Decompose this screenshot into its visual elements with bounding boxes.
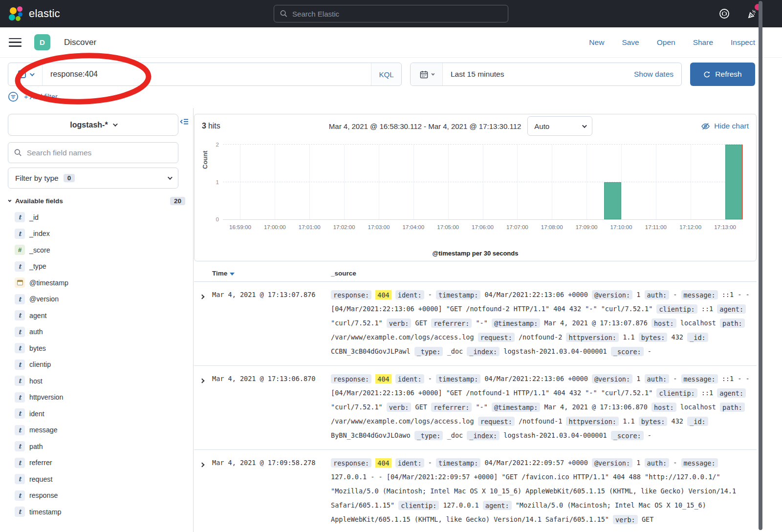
field-item-path[interactable]: tpath: [0, 438, 193, 455]
refresh-icon: [703, 71, 711, 78]
new-button[interactable]: New: [589, 38, 604, 47]
string-field-icon: t: [15, 425, 25, 435]
x-axis-label: @timestamp per 30 seconds: [195, 250, 756, 257]
global-search[interactable]: [274, 5, 508, 22]
menu-icon[interactable]: [9, 38, 22, 47]
field-item-timestamp[interactable]: ttimestamp: [0, 504, 193, 520]
field-key-badge: httpversion:: [566, 333, 619, 342]
time-column-header[interactable]: Time: [212, 270, 331, 277]
field-search[interactable]: [8, 142, 178, 163]
field-name: ident: [29, 410, 44, 418]
field-item-_id[interactable]: t_id: [0, 209, 193, 226]
field-key-badge: path:: [720, 319, 745, 328]
field-item-ident[interactable]: tident: [0, 405, 193, 422]
expand-row-icon[interactable]: [194, 288, 212, 359]
save-button[interactable]: Save: [622, 38, 639, 47]
field-item-_index[interactable]: t_index: [0, 226, 193, 242]
field-key-badge: auth:: [645, 290, 670, 299]
string-field-icon: t: [15, 261, 25, 272]
hide-chart-label: Hide chart: [714, 122, 749, 130]
scrollbar-thumb[interactable]: [759, 1, 762, 530]
add-filter-button[interactable]: + Add filter: [24, 93, 58, 101]
number-field-icon: #: [15, 245, 25, 255]
date-picker: Last 15 minutes Show dates: [410, 63, 682, 86]
time-range-value[interactable]: Last 15 minutes: [443, 70, 504, 79]
field-key-badge: message:: [681, 290, 718, 299]
string-field-icon: t: [15, 294, 25, 304]
collapse-sidebar-icon[interactable]: [179, 117, 189, 127]
discover-page: elastic D Discover New Save Open Share I…: [0, 0, 782, 532]
global-search-input[interactable]: [292, 10, 502, 18]
y-tick-label: 1: [208, 179, 219, 185]
field-name: referrer: [29, 459, 52, 467]
y-tick-label: 2: [208, 142, 219, 148]
field-key-badge: request:: [478, 333, 515, 342]
elastic-logo[interactable]: elastic: [9, 6, 60, 21]
share-button[interactable]: Share: [693, 38, 713, 47]
available-fields-header[interactable]: Available fields 20: [8, 197, 185, 205]
date-field-icon: [15, 277, 25, 288]
field-item-auth[interactable]: tauth: [0, 324, 193, 340]
index-pattern-select[interactable]: logstash-*: [8, 114, 178, 136]
field-item-referrer[interactable]: treferrer: [0, 455, 193, 471]
string-field-icon: t: [15, 229, 25, 239]
refresh-label: Refresh: [715, 70, 741, 79]
inspect-button[interactable]: Inspect: [731, 38, 755, 47]
table-row: Mar 4, 2021 @ 17:13:07.876response: 404 …: [194, 282, 757, 366]
histogram-bar[interactable]: [604, 182, 621, 220]
field-item-agent[interactable]: tagent: [0, 307, 193, 324]
field-item-message[interactable]: tmessage: [0, 422, 193, 439]
field-search-input[interactable]: [27, 149, 172, 157]
query-language-button[interactable]: KQL: [371, 63, 401, 85]
field-key-badge: response:: [331, 374, 371, 383]
string-field-icon: t: [15, 212, 25, 222]
field-item-host[interactable]: thost: [0, 373, 193, 389]
filter-menu-icon[interactable]: [8, 91, 19, 102]
field-key-badge: _index:: [467, 431, 500, 440]
field-key-badge: bytes:: [639, 417, 668, 426]
calendar-icon: [420, 70, 428, 79]
hide-chart-button[interactable]: Hide chart: [701, 122, 749, 131]
field-key-badge: @version:: [592, 290, 632, 299]
doc-timestamp: Mar 4, 2021 @ 17:09:58.278: [212, 456, 331, 527]
filter-by-type-select[interactable]: Filter by type 0: [8, 168, 178, 189]
field-item-_type[interactable]: t_type: [0, 258, 193, 275]
field-name: _type: [29, 262, 46, 270]
x-tick-label: 17:00:00: [264, 224, 286, 230]
discover-app-icon[interactable]: D: [34, 34, 50, 50]
field-item-@timestamp[interactable]: @timestamp: [0, 275, 193, 291]
histogram-bar[interactable]: [725, 145, 742, 219]
show-dates-button[interactable]: Show dates: [634, 70, 681, 79]
query-input[interactable]: response:404: [43, 70, 371, 79]
available-fields-label: Available fields: [15, 197, 63, 205]
hits-bar: 3hits Mar 4, 2021 @ 16:58:30.112 - Mar 4…: [195, 114, 756, 138]
x-tick-label: 17:01:00: [299, 224, 321, 230]
interval-select[interactable]: Auto: [527, 116, 592, 136]
field-item-httpversion[interactable]: thttpversion: [0, 389, 193, 406]
x-tick-label: 17:03:00: [368, 224, 390, 230]
field-key-badge: _index:: [467, 347, 500, 356]
refresh-button[interactable]: Refresh: [690, 63, 755, 86]
expand-row-icon[interactable]: [194, 372, 212, 443]
x-tick-label: 17:09:00: [576, 224, 598, 230]
field-item-response[interactable]: tresponse: [0, 488, 193, 504]
x-tick-label: 17:10:00: [610, 224, 632, 230]
highlighted-value: 404: [375, 458, 391, 468]
field-item-bytes[interactable]: tbytes: [0, 340, 193, 357]
string-field-icon: t: [15, 474, 25, 484]
field-item-@version[interactable]: t@version: [0, 291, 193, 308]
field-item-request[interactable]: trequest: [0, 471, 193, 488]
field-item-_score[interactable]: #_score: [0, 242, 193, 258]
help-icon[interactable]: [718, 8, 730, 20]
string-field-icon: t: [15, 441, 25, 451]
field-key-badge: timestamp:: [436, 458, 480, 468]
expand-row-icon[interactable]: [194, 456, 212, 527]
date-quick-select-button[interactable]: [411, 63, 443, 85]
field-key-badge: message:: [681, 458, 718, 468]
open-button[interactable]: Open: [657, 38, 675, 47]
field-item-clientip[interactable]: tclientip: [0, 357, 193, 373]
field-key-badge: response:: [331, 290, 371, 299]
hits-count: 3hits: [202, 122, 220, 130]
field-key-badge: auth:: [645, 458, 670, 468]
saved-query-menu-button[interactable]: [8, 63, 43, 85]
